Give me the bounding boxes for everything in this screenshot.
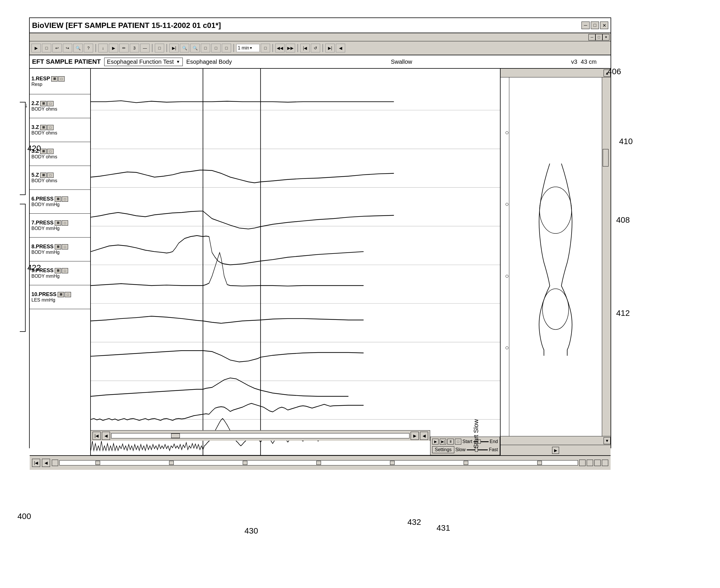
- marker-sq-2[interactable]: [579, 460, 586, 466]
- start-end-row: Start End: [462, 439, 498, 444]
- t-marker[interactable]: [537, 461, 542, 465]
- test-dropdown[interactable]: Esophageal Function Test ▼: [104, 58, 183, 66]
- ch7-icon2[interactable]: □: [62, 220, 68, 226]
- marker-sq-4[interactable]: [594, 460, 601, 466]
- ch6-icon1[interactable]: ⊞: [55, 196, 61, 202]
- ch8-icon2[interactable]: □: [62, 244, 68, 250]
- final-button[interactable]: ◀: [336, 44, 345, 52]
- bracket-420: 420: [20, 102, 41, 195]
- ch2-icon1[interactable]: ⊞: [40, 101, 46, 106]
- toolbar-sep-5: [272, 44, 273, 52]
- play-button[interactable]: ▶: [109, 44, 118, 52]
- scroll-down-button[interactable]: ▼: [603, 437, 611, 444]
- blank1-button[interactable]: □: [261, 44, 270, 52]
- frame-button[interactable]: □: [201, 44, 210, 52]
- event-label: Swallow: [235, 59, 568, 65]
- frame3-button[interactable]: □: [222, 44, 231, 52]
- waveform-svg: [91, 69, 500, 455]
- zoom-in-button[interactable]: 🔍: [180, 44, 189, 52]
- scroll-down-area: ▼: [501, 436, 611, 445]
- loop-button[interactable]: ↺: [311, 44, 320, 52]
- ref-432: 432: [407, 518, 421, 527]
- ch2-icon2[interactable]: □: [47, 101, 54, 106]
- prev-button[interactable]: |◀: [300, 44, 310, 52]
- bottom-nav: |◀ ◀ ▶ ◀: [91, 430, 430, 441]
- dash-button[interactable]: —: [140, 44, 150, 52]
- prev-btn[interactable]: ◀: [102, 432, 110, 440]
- slow-label: Slow: [456, 447, 466, 453]
- t-marker[interactable]: [464, 461, 468, 465]
- last-btn[interactable]: ◀: [420, 432, 428, 440]
- step-ctrl-button[interactable]: ▶|: [440, 439, 446, 444]
- pause-ctrl-button[interactable]: ⏸: [447, 439, 454, 444]
- marker-sq-5[interactable]: [602, 460, 608, 466]
- square-button[interactable]: □: [155, 44, 164, 52]
- sub-close-button[interactable]: ✕: [602, 34, 609, 40]
- next-next-button[interactable]: ▶▶: [286, 44, 295, 52]
- marker-sq-1[interactable]: [52, 460, 58, 466]
- edit-button[interactable]: ✏: [119, 44, 129, 52]
- ch9-icon2[interactable]: □: [62, 268, 68, 273]
- prev-prev-button[interactable]: ◀◀: [275, 44, 284, 52]
- ch1-icon1[interactable]: ⊞: [51, 76, 58, 82]
- t-marker[interactable]: [316, 461, 321, 465]
- redo-button[interactable]: ↪: [63, 44, 72, 52]
- ch1-icon2[interactable]: □: [58, 76, 65, 82]
- bottom-prev-btn[interactable]: ◀: [42, 459, 50, 467]
- num-button[interactable]: 3: [130, 44, 139, 52]
- bracket-422: 422: [20, 204, 41, 332]
- stop-ctrl-button[interactable]: □: [455, 439, 461, 444]
- right-nav-button[interactable]: ▶: [552, 447, 559, 454]
- time-dropdown[interactable]: 1 min ▼: [236, 44, 260, 52]
- close-button[interactable]: ✕: [600, 22, 608, 29]
- undo-button[interactable]: ↩: [52, 44, 62, 52]
- play-ctrl-button[interactable]: ▶: [432, 439, 439, 444]
- settings-button[interactable]: Settings: [432, 446, 454, 453]
- frame2-button[interactable]: □: [211, 44, 220, 52]
- ch7-icon1[interactable]: ⊞: [55, 220, 61, 226]
- ref-410: 410: [619, 137, 633, 146]
- help-button[interactable]: ?: [84, 44, 93, 52]
- ch10-icon1[interactable]: ⊞: [58, 292, 64, 297]
- insert-button[interactable]: ↓: [98, 44, 108, 52]
- bottom-scroll-track[interactable]: [59, 460, 578, 465]
- ch5-icon1[interactable]: ⊞: [40, 173, 46, 178]
- ch6-icon2[interactable]: □: [62, 196, 68, 202]
- magnify-button[interactable]: 🔍: [73, 44, 83, 52]
- patient-name: EFT SAMPLE PATIENT: [32, 58, 101, 65]
- ch8-icon1[interactable]: ⊞: [55, 244, 61, 250]
- ch3b-icon1[interactable]: ⊞: [40, 149, 46, 154]
- first-btn[interactable]: |◀: [92, 432, 101, 440]
- record-button[interactable]: ▶: [31, 44, 41, 52]
- eso-scrollbar-thumb[interactable]: [603, 149, 609, 167]
- title-bar: BioVIEW [EFT SAMPLE PATIENT 15-11-2002 0…: [30, 18, 611, 33]
- arrow-420: →: [23, 103, 30, 109]
- ch10-icon2[interactable]: □: [65, 292, 71, 297]
- sub-minimize-button[interactable]: ─: [589, 34, 595, 40]
- right-panel: ▲: [500, 69, 611, 455]
- ref-400: 400: [18, 512, 31, 521]
- ch5-icon2[interactable]: □: [47, 173, 54, 178]
- ch9-icon1[interactable]: ⊞: [55, 268, 61, 273]
- t-marker[interactable]: [390, 461, 395, 465]
- stop-rec-button[interactable]: □: [42, 44, 51, 52]
- minimize-button[interactable]: ─: [581, 22, 590, 29]
- bottom-first-btn[interactable]: |◀: [32, 459, 40, 467]
- next-nav-btn[interactable]: ▶: [411, 432, 419, 440]
- end-button[interactable]: ▶|: [325, 44, 335, 52]
- maximize-button[interactable]: □: [591, 22, 599, 29]
- t-marker[interactable]: [169, 461, 174, 465]
- nav-button[interactable]: ▶|: [169, 44, 179, 52]
- t-marker[interactable]: [96, 461, 100, 465]
- ch3a-icon2[interactable]: □: [47, 125, 54, 130]
- scroll-track[interactable]: [111, 433, 409, 438]
- ch3b-icon2[interactable]: □: [47, 149, 54, 154]
- ch3a-icon1[interactable]: ⊞: [40, 125, 46, 130]
- eso-right-bar: [602, 78, 611, 436]
- t-marker[interactable]: [243, 461, 247, 465]
- marker-sq-3[interactable]: [587, 460, 593, 466]
- zoom-out-button[interactable]: 🔍: [190, 44, 200, 52]
- scroll-thumb[interactable]: [171, 434, 180, 438]
- ch1-unit: Resp: [31, 82, 88, 87]
- sub-maximize-button[interactable]: □: [595, 34, 602, 40]
